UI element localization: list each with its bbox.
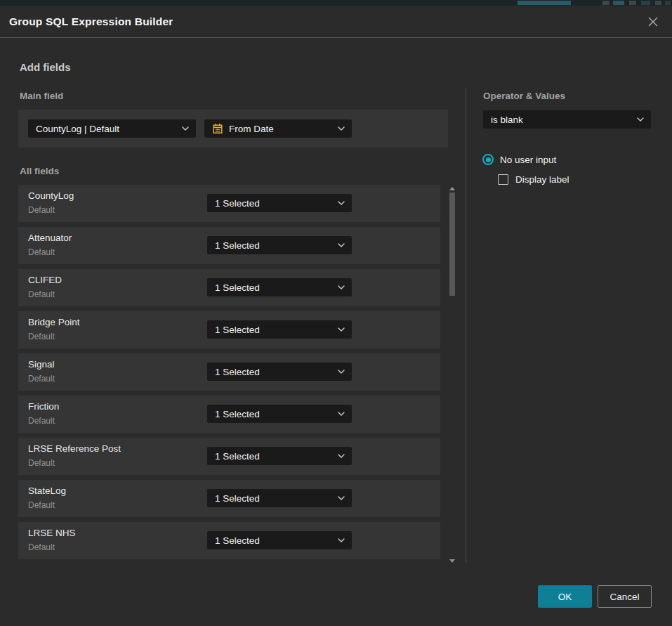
field-subtitle: Default bbox=[28, 332, 55, 341]
field-selection-dropdown[interactable]: 1 Selected bbox=[207, 278, 352, 296]
cancel-button[interactable]: Cancel bbox=[598, 585, 652, 608]
scrollbar-down-arrow-icon[interactable] bbox=[449, 559, 455, 563]
chevron-down-icon bbox=[637, 117, 644, 122]
background-fragment bbox=[629, 1, 636, 5]
all-fields-label: All fields bbox=[20, 166, 59, 176]
dropdown-value: 1 Selected bbox=[215, 409, 332, 419]
chevron-down-icon bbox=[338, 370, 345, 374]
background-fragment bbox=[641, 1, 650, 5]
dropdown-value: 1 Selected bbox=[215, 535, 332, 546]
screen: Group SQL Expression Builder Add fields … bbox=[0, 0, 672, 626]
chevron-down-icon bbox=[338, 126, 345, 131]
dropdown-value: is blank bbox=[491, 115, 631, 125]
scrollbar-up-arrow-icon[interactable] bbox=[449, 187, 455, 190]
chevron-down-icon bbox=[338, 201, 345, 205]
checkbox-label: Display label bbox=[515, 174, 569, 185]
field-selection-dropdown[interactable]: 1 Selected bbox=[207, 320, 352, 339]
dropdown-value: 1 Selected bbox=[215, 240, 332, 251]
field-selection-dropdown[interactable]: 1 Selected bbox=[207, 363, 352, 381]
field-row: CLIFEDDefault1 Selected bbox=[18, 269, 440, 306]
dropdown-value: CountyLog | Default bbox=[36, 124, 176, 134]
main-field-panel: CountyLog | Default From Date bbox=[18, 110, 448, 148]
field-selection-dropdown[interactable]: 1 Selected bbox=[207, 447, 352, 465]
dropdown-value: 1 Selected bbox=[215, 198, 332, 209]
field-subtitle: Default bbox=[28, 542, 55, 552]
ok-button[interactable]: OK bbox=[538, 585, 592, 608]
field-name: CountyLog bbox=[28, 190, 74, 201]
pane-divider bbox=[466, 88, 466, 563]
operator-dropdown[interactable]: is blank bbox=[483, 110, 651, 129]
main-field-source-dropdown[interactable]: CountyLog | Default bbox=[28, 119, 196, 138]
add-fields-heading: Add fields bbox=[20, 61, 71, 73]
field-row: SignalDefault1 Selected bbox=[18, 353, 440, 391]
dropdown-value: 1 Selected bbox=[215, 451, 332, 462]
background-fragment bbox=[665, 1, 671, 5]
radio-label: No user input bbox=[500, 155, 556, 165]
field-subtitle: Default bbox=[28, 500, 55, 510]
checkbox-unchecked-icon bbox=[498, 174, 508, 185]
field-name: LRSE Reference Post bbox=[28, 443, 121, 454]
chevron-down-icon bbox=[338, 496, 345, 500]
dropdown-value: 1 Selected bbox=[215, 325, 332, 335]
background-fragment bbox=[602, 1, 610, 5]
dialog-titlebar: Group SQL Expression Builder bbox=[0, 6, 672, 38]
chevron-down-icon bbox=[338, 285, 345, 289]
field-row: FrictionDefault1 Selected bbox=[18, 396, 440, 433]
field-selection-dropdown[interactable]: 1 Selected bbox=[207, 194, 352, 212]
main-field-date-dropdown[interactable]: From Date bbox=[204, 119, 352, 138]
field-name: CLIFED bbox=[28, 275, 62, 285]
field-subtitle: Default bbox=[28, 205, 55, 215]
chevron-down-icon bbox=[182, 126, 189, 131]
field-name: LRSE NHS bbox=[28, 528, 76, 538]
close-icon[interactable] bbox=[646, 15, 660, 29]
field-name: StateLog bbox=[28, 485, 66, 496]
field-row: CountyLogDefault1 Selected bbox=[18, 185, 440, 222]
field-selection-dropdown[interactable]: 1 Selected bbox=[207, 405, 352, 423]
chevron-down-icon bbox=[338, 412, 345, 416]
chevron-down-icon bbox=[338, 454, 345, 458]
dropdown-value: 1 Selected bbox=[215, 493, 332, 504]
display-label-checkbox[interactable]: Display label bbox=[498, 174, 569, 185]
field-selection-dropdown[interactable]: 1 Selected bbox=[207, 236, 352, 254]
dropdown-value: From Date bbox=[229, 124, 332, 134]
dropdown-value: 1 Selected bbox=[215, 367, 332, 377]
all-fields-list: CountyLogDefault1 SelectedAttenuatorDefa… bbox=[18, 185, 440, 564]
chevron-down-icon bbox=[338, 538, 345, 542]
scrollbar-thumb[interactable] bbox=[449, 193, 455, 296]
no-user-input-radio[interactable]: No user input bbox=[482, 154, 556, 165]
field-row: StateLogDefault1 Selected bbox=[18, 480, 440, 517]
field-name: Attenuator bbox=[28, 233, 72, 243]
field-name: Bridge Point bbox=[28, 317, 80, 327]
dialog-title: Group SQL Expression Builder bbox=[9, 15, 173, 28]
calendar-icon bbox=[212, 123, 223, 134]
main-field-label: Main field bbox=[20, 91, 63, 101]
background-app-strip bbox=[0, 0, 672, 6]
field-selection-dropdown[interactable]: 1 Selected bbox=[207, 531, 352, 549]
chevron-down-icon bbox=[338, 327, 345, 332]
field-row: LRSE Reference PostDefault1 Selected bbox=[18, 438, 440, 475]
radio-selected-icon bbox=[482, 154, 494, 165]
field-subtitle: Default bbox=[28, 416, 55, 426]
field-selection-dropdown[interactable]: 1 Selected bbox=[207, 489, 352, 507]
operator-values-label: Operator & Values bbox=[483, 91, 565, 101]
field-row: LRSE NHSDefault1 Selected bbox=[18, 522, 440, 559]
chevron-down-icon bbox=[338, 243, 345, 247]
background-fragment bbox=[613, 1, 624, 5]
background-fragment bbox=[655, 1, 661, 5]
field-name: Friction bbox=[28, 401, 59, 412]
field-subtitle: Default bbox=[28, 289, 55, 299]
field-subtitle: Default bbox=[28, 374, 55, 384]
field-row: AttenuatorDefault1 Selected bbox=[18, 227, 440, 264]
field-row: Bridge PointDefault1 Selected bbox=[18, 311, 440, 348]
field-subtitle: Default bbox=[28, 458, 55, 468]
field-subtitle: Default bbox=[28, 247, 55, 257]
dropdown-value: 1 Selected bbox=[215, 282, 332, 293]
field-name: Signal bbox=[28, 359, 55, 370]
background-fragment bbox=[518, 1, 571, 5]
